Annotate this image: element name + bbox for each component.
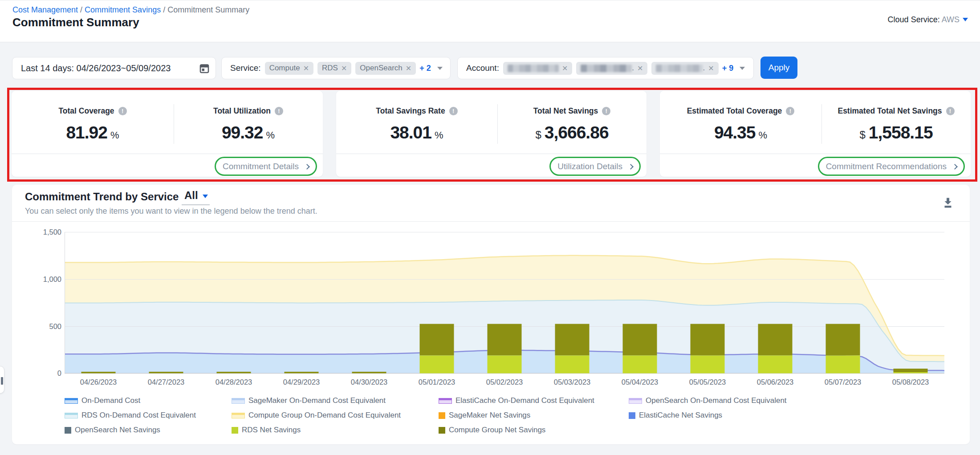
svg-text:1,500: 1,500 — [43, 228, 61, 236]
svg-text:1,000: 1,000 — [43, 275, 61, 283]
svg-text:04/27/2023: 04/27/2023 — [148, 378, 185, 386]
svg-text:05/03/2023: 05/03/2023 — [554, 378, 591, 386]
svg-text:04/28/2023: 04/28/2023 — [216, 378, 252, 386]
svg-text:04/30/2023: 04/30/2023 — [351, 378, 388, 386]
svg-text:500: 500 — [49, 322, 61, 330]
svg-text:05/02/2023: 05/02/2023 — [486, 378, 523, 386]
svg-text:05/08/2023: 05/08/2023 — [892, 378, 929, 386]
svg-text:04/29/2023: 04/29/2023 — [283, 378, 320, 386]
svg-text:05/07/2023: 05/07/2023 — [825, 378, 862, 386]
svg-text:0: 0 — [57, 369, 61, 377]
svg-text:05/05/2023: 05/05/2023 — [689, 378, 726, 386]
svg-text:05/06/2023: 05/06/2023 — [757, 378, 794, 386]
svg-text:05/01/2023: 05/01/2023 — [419, 378, 455, 386]
svg-text:04/26/2023: 04/26/2023 — [80, 378, 117, 386]
svg-text:05/04/2023: 05/04/2023 — [622, 378, 659, 386]
